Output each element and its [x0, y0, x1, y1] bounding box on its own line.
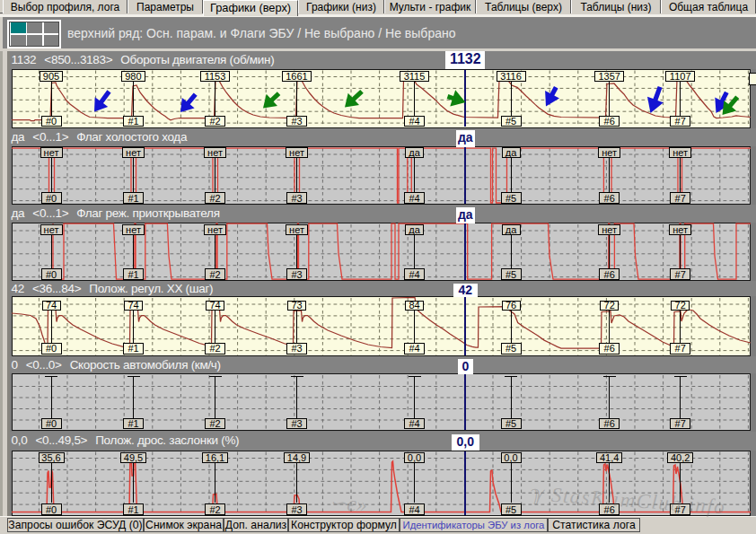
- svg-text:ℽ StasKlimClub.info: ℽ StasKlimClub.info: [528, 482, 727, 518]
- svg-text:∽є»: ∽є»: [329, 491, 368, 516]
